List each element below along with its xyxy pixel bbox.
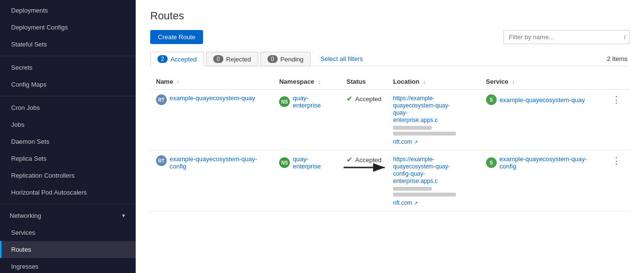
row2-kebab-menu[interactable]: ⋮ (609, 155, 624, 167)
sort-location-icon[interactable]: ↕ (423, 79, 426, 85)
filter-input[interactable] (503, 30, 629, 44)
chevron-down-icon: ▼ (121, 213, 126, 218)
sidebar-item-jobs[interactable]: Jobs (0, 116, 136, 133)
row1-service-cell: S example-quayecosystem-quay (480, 90, 603, 151)
sidebar-item-stateful-sets[interactable]: Stateful Sets (0, 36, 136, 53)
rejected-count: 0 (213, 55, 223, 63)
row1-location-cell: https://example-quayecosystem-quay-quay-… (387, 90, 480, 151)
items-count: 2 Items (607, 55, 629, 62)
col-location: Location ↕ (387, 74, 480, 90)
row1-kebab-menu[interactable]: ⋮ (609, 94, 624, 106)
row1-external-icon: ↗ (414, 139, 418, 145)
filter-input-wrap: / (503, 30, 629, 44)
row2-actions-cell: ⋮ (603, 151, 629, 212)
row2-name-link[interactable]: example-quayecosystem-quay-config (170, 155, 267, 170)
accepted-label: Accepted (171, 56, 197, 63)
filter-tab-pending[interactable]: 0 Pending (260, 52, 311, 66)
toolbar: Create Route / (150, 30, 629, 44)
row1-name-cell: RT example-quayecosystem-quay (150, 90, 273, 151)
row2-location-redacted (393, 193, 456, 197)
sidebar-item-deployment-configs[interactable]: Deployment Configs (0, 19, 136, 36)
row2-s-badge: S (486, 157, 497, 168)
row2-status-cell: ✔ Accepted (341, 151, 387, 212)
row2-ns-cell: NS quay-enterprise (273, 151, 341, 212)
sort-service-icon[interactable]: ↕ (512, 79, 515, 85)
row1-location-link[interactable]: https://example-quayecosystem-quay-quay-… (393, 95, 450, 131)
sidebar-item-secrets[interactable]: Secrets (0, 59, 136, 76)
row2-location-suffix[interactable]: nft.com ↗ (393, 199, 418, 206)
sidebar-item-deployments[interactable]: Deployments (0, 2, 136, 19)
sidebar-item-replication-controllers[interactable]: Replication Controllers (0, 167, 136, 184)
row1-status-icon: ✔ (346, 94, 353, 103)
col-actions (603, 74, 629, 90)
create-route-button[interactable]: Create Route (150, 30, 203, 44)
sidebar-item-replica-sets[interactable]: Replica Sets (0, 150, 136, 167)
col-name: Name ↑ (150, 74, 273, 90)
sidebar-item-daemon-sets[interactable]: Daemon Sets (0, 133, 136, 150)
row1-ns-badge: NS (279, 96, 290, 107)
col-status: Status (341, 74, 387, 90)
filter-tabs: 2 Accepted 0 Rejected 0 Pending Select a… (150, 52, 629, 66)
row2-service-link[interactable]: example-quayecosystem-quay-config (500, 155, 597, 170)
table-row: RT example-quayecosystem-quay-config NS … (150, 151, 629, 212)
col-service: Service ↕ (480, 74, 603, 90)
sidebar-divider-2 (0, 96, 136, 96)
networking-section-header[interactable]: Networking ▼ (0, 207, 136, 224)
row2-status-icon: ✔ (346, 155, 353, 164)
row1-location-redacted (393, 132, 456, 136)
row1-s-badge: S (486, 94, 497, 105)
sidebar-item-services[interactable]: Services (0, 224, 136, 241)
row1-rt-badge: RT (156, 94, 167, 105)
rejected-label: Rejected (226, 56, 251, 63)
sidebar-item-config-maps[interactable]: Config Maps (0, 76, 136, 93)
row1-service-link[interactable]: example-quayecosystem-quay (500, 96, 585, 104)
row2-rt-badge: RT (156, 155, 167, 166)
row1-ns-cell: NS quay-enterprise (273, 90, 341, 151)
row1-location-suffix[interactable]: nft.com ↗ (393, 138, 418, 145)
sidebar: Deployments Deployment Configs Stateful … (0, 0, 136, 273)
sidebar-divider (0, 56, 136, 56)
pending-label: Pending (281, 56, 304, 63)
row2-name-cell: RT example-quayecosystem-quay-config (150, 151, 273, 212)
row1-ns-link[interactable]: quay-enterprise (293, 94, 335, 109)
row2-service-cell: S example-quayecosystem-quay-config (480, 151, 603, 212)
select-all-filters[interactable]: Select all filters (316, 52, 366, 65)
row2-status-label: Accepted (355, 156, 381, 164)
row2-ns-badge: NS (279, 157, 290, 168)
main-content: Routes Create Route / 2 Accepted 0 Rejec… (136, 0, 644, 273)
row2-location-link[interactable]: https://example-quayecosystem-quay-confi… (393, 156, 450, 192)
row1-actions-cell: ⋮ (603, 90, 629, 151)
row2-ns-link[interactable]: quay-enterprise (293, 155, 335, 170)
row2-location-cell: https://example-quayecosystem-quay-confi… (387, 151, 480, 212)
row1-status-cell: ✔ Accepted (341, 90, 387, 151)
table-row: RT example-quayecosystem-quay NS quay-en… (150, 90, 629, 151)
sidebar-item-horizontal-pod-autoscalers[interactable]: Horizontal Pod Autoscalers (0, 184, 136, 201)
pending-count: 0 (267, 55, 278, 63)
routes-table: Name ↑ Namespace ↕ Status Location ↕ Ser… (150, 74, 629, 212)
sidebar-divider-3 (0, 204, 136, 204)
sidebar-item-routes[interactable]: Routes (0, 241, 136, 258)
filter-slash-icon: / (624, 34, 626, 41)
page-title: Routes (150, 10, 629, 22)
row1-status-label: Accepted (355, 95, 381, 103)
filter-tab-accepted[interactable]: 2 Accepted (150, 52, 204, 66)
row1-name-link[interactable]: example-quayecosystem-quay (170, 94, 255, 102)
sort-name-icon[interactable]: ↑ (177, 79, 180, 85)
sidebar-item-ingresses[interactable]: Ingresses (0, 258, 136, 273)
accepted-count: 2 (157, 55, 168, 63)
row2-external-icon: ↗ (414, 200, 418, 206)
sidebar-item-cron-jobs[interactable]: Cron Jobs (0, 99, 136, 116)
sort-namespace-icon[interactable]: ↕ (318, 79, 321, 85)
filter-tab-rejected[interactable]: 0 Rejected (206, 52, 258, 66)
col-namespace: Namespace ↕ (273, 74, 341, 90)
